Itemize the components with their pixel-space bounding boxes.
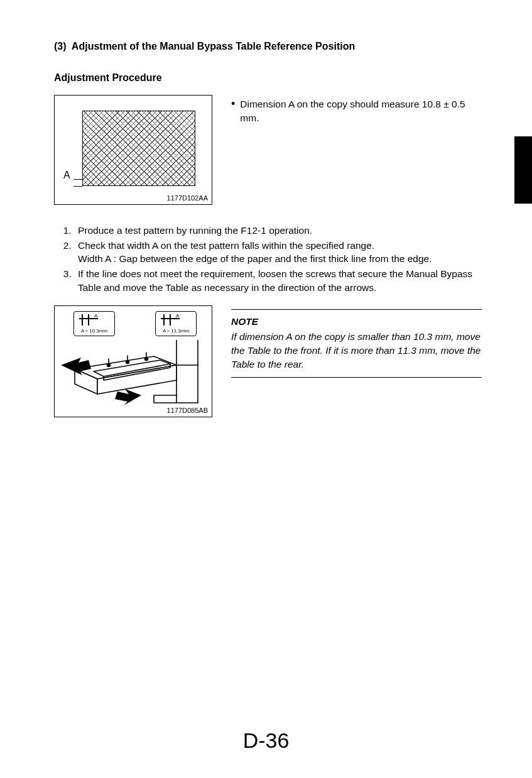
callout-a-label: A	[94, 313, 97, 319]
callout-a-label: A	[176, 313, 179, 319]
bullet-icon: •	[231, 97, 235, 126]
note-title: NOTE	[231, 315, 482, 329]
note-text: If dimension A on the copy is smaller th…	[231, 330, 482, 371]
callout-right-text: A＞11.3mm	[156, 327, 196, 334]
figure-code: 1177D085AB	[167, 407, 208, 414]
callout-left-text: A＜10.3mm	[74, 327, 114, 334]
procedure-steps: Produce a test pattern by running the F1…	[54, 224, 482, 294]
callout-left: A A＜10.3mm	[73, 311, 115, 336]
figure-code: 1177D102AA	[167, 194, 208, 202]
figure-1: A 1177D102AA	[54, 95, 212, 205]
subheading: Adjustment Procedure	[54, 72, 482, 84]
dimension-label-a: A	[63, 170, 70, 181]
divider	[231, 309, 482, 310]
bypass-tray-illustration	[60, 340, 208, 409]
page-number: D-36	[0, 728, 532, 753]
figure-2: A A＜10.3mm A A＞11.3mm	[54, 305, 212, 417]
step-item: If the line does not meet the requiremen…	[74, 267, 482, 294]
dimension-tick	[73, 179, 82, 180]
step-item: Check that width A on the test pattern f…	[74, 239, 482, 266]
hatched-test-pattern	[82, 111, 195, 186]
divider	[231, 377, 482, 378]
note-block: NOTE If dimension A on the copy is small…	[231, 305, 482, 378]
page-edge-tab	[514, 136, 532, 204]
arrow-rear-icon	[115, 389, 141, 405]
dimension-tick	[73, 186, 82, 187]
svg-marker-4	[115, 389, 141, 405]
bullet-text-block: • Dimension A on the copy should measure…	[231, 95, 482, 205]
step-item: Produce a test pattern by running the F1…	[74, 224, 482, 238]
section-title: (3) Adjustment of the Manual Bypass Tabl…	[54, 41, 482, 52]
bullet-text: Dimension A on the copy should measure 1…	[240, 97, 482, 126]
callout-right: A A＞11.3mm	[155, 311, 197, 336]
section-title-text: Adjustment of the Manual Bypass Table Re…	[72, 41, 355, 52]
section-number: (3)	[54, 41, 67, 52]
